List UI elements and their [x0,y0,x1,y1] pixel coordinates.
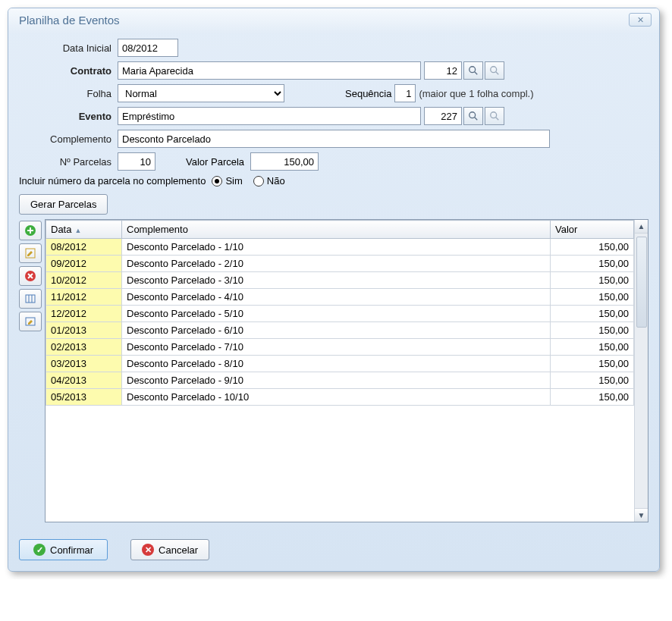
scroll-down-icon[interactable]: ▼ [635,508,648,522]
contrato-id-input[interactable] [424,61,462,80]
cell-valor[interactable]: 150,00 [551,339,634,356]
table-row[interactable]: 01/2013Desconto Parcelado - 6/10150,00 [46,322,634,339]
event-sheet-window: Planilha de Eventos ✕ Data Inicial Contr… [8,8,660,572]
table-row[interactable]: 09/2012Desconto Parcelado - 2/10150,00 [46,256,634,272]
label-data-inicial: Data Inicial [19,42,118,54]
cell-data[interactable]: 02/2013 [46,339,122,356]
scroll-up-icon[interactable]: ▲ [635,220,648,234]
label-contrato: Contrato [19,65,118,77]
evento-id-input[interactable] [424,107,462,125]
cell-valor[interactable]: 150,00 [551,239,634,256]
cell-data[interactable]: 03/2013 [46,356,122,372]
sort-asc-icon: ▲ [74,227,81,234]
cell-valor[interactable]: 150,00 [551,372,634,389]
cell-valor[interactable]: 150,00 [551,322,634,339]
svg-line-1 [475,72,478,75]
delete-row-button[interactable] [19,266,42,286]
cell-complemento[interactable]: Desconto Parcelado - 5/10 [122,306,551,322]
contrato-search2-button[interactable] [485,61,504,80]
cell-data[interactable]: 11/2012 [46,289,122,306]
col-header-complemento[interactable]: Complemento [122,221,551,239]
svg-point-4 [469,112,476,118]
footer: ✓ Confirmar ✕ Cancelar [19,539,648,560]
cell-data[interactable]: 10/2012 [46,272,122,289]
cell-valor[interactable]: 150,00 [551,272,634,289]
cell-data[interactable]: 04/2013 [46,372,122,389]
radio-sim[interactable]: Sim [212,175,242,187]
svg-point-0 [469,67,476,73]
cell-valor[interactable]: 150,00 [551,256,634,272]
svg-rect-11 [26,295,35,303]
cell-data[interactable]: 08/2012 [46,239,122,256]
cell-complemento[interactable]: Desconto Parcelado - 8/10 [122,356,551,372]
cell-data[interactable]: 01/2013 [46,322,122,339]
table-row[interactable]: 10/2012Desconto Parcelado - 3/10150,00 [46,272,634,289]
x-circle-icon [24,270,36,282]
cell-complemento[interactable]: Desconto Parcelado - 1/10 [122,239,551,256]
magnifier-icon [468,65,479,76]
cancelar-button[interactable]: ✕ Cancelar [130,539,209,560]
table-row[interactable]: 04/2013Desconto Parcelado - 9/10150,00 [46,372,634,389]
cell-complemento[interactable]: Desconto Parcelado - 6/10 [122,322,551,339]
cell-complemento[interactable]: Desconto Parcelado - 4/10 [122,289,551,306]
sequencia-input[interactable] [394,84,416,102]
vertical-scrollbar[interactable]: ▲ ▼ [634,220,648,522]
cell-complemento[interactable]: Desconto Parcelado - 3/10 [122,272,551,289]
evento-search-button[interactable] [463,107,483,125]
cell-data[interactable]: 05/2013 [46,389,122,406]
pencil-icon [24,247,36,259]
table-row[interactable]: 02/2013Desconto Parcelado - 7/10150,00 [46,339,634,356]
confirmar-button[interactable]: ✓ Confirmar [19,539,108,560]
svg-point-6 [491,112,497,118]
cell-data[interactable]: 12/2012 [46,306,122,322]
table-row[interactable]: 05/2013Desconto Parcelado - 10/10150,00 [46,389,634,406]
col-header-data[interactable]: Data▲ [46,221,122,239]
cell-valor[interactable]: 150,00 [551,306,634,322]
cell-complemento[interactable]: Desconto Parcelado - 9/10 [122,372,551,389]
valor-parcela-input[interactable] [250,152,319,171]
cell-valor[interactable]: 150,00 [551,356,634,372]
window-title: Planilha de Eventos [19,14,120,27]
cell-complemento[interactable]: Desconto Parcelado - 2/10 [122,256,551,272]
columns-button[interactable] [19,289,42,309]
svg-point-2 [491,67,497,73]
table-row[interactable]: 11/2012Desconto Parcelado - 4/10150,00 [46,289,634,306]
add-row-button[interactable] [19,221,42,240]
grid-wrap: Data▲ Complemento Valor 08/2012Desconto … [45,219,648,522]
edit-row-button[interactable] [19,243,42,263]
x-circle-icon: ✕ [142,544,154,556]
col-header-valor[interactable]: Valor [551,221,634,239]
magnifier-icon [489,65,500,76]
cell-valor[interactable]: 150,00 [551,389,634,406]
svg-line-7 [496,118,499,121]
cell-valor[interactable]: 150,00 [551,289,634,306]
label-sequencia: Sequência [345,88,391,99]
cell-data[interactable]: 09/2012 [46,256,122,272]
contrato-nome-input[interactable] [118,61,421,80]
cell-complemento[interactable]: Desconto Parcelado - 10/10 [122,389,551,406]
data-inicial-input[interactable] [118,39,178,57]
folha-select[interactable]: Normal [118,84,284,102]
evento-search2-button[interactable] [485,107,504,125]
contrato-search-button[interactable] [463,61,483,80]
label-valor-parcela: Valor Parcela [186,156,244,168]
svg-line-3 [496,72,499,75]
radio-nao[interactable]: Não [253,175,285,187]
titlebar: Planilha de Eventos ✕ [8,8,659,34]
table-row[interactable]: 12/2012Desconto Parcelado - 5/10150,00 [46,306,634,322]
sequencia-hint: (maior que 1 folha compl.) [419,88,533,99]
gerar-parcelas-button[interactable]: Gerar Parcelas [19,194,108,215]
table-row[interactable]: 08/2012Desconto Parcelado - 1/10150,00 [46,239,634,256]
radio-nao-label: Não [267,175,285,187]
close-button[interactable]: ✕ [629,13,652,27]
plus-circle-icon [24,224,36,237]
label-folha: Folha [19,88,118,99]
svg-line-5 [475,118,478,121]
edit-cell-button[interactable] [19,312,42,331]
evento-nome-input[interactable] [118,107,421,125]
complemento-input[interactable] [118,130,550,148]
cell-complemento[interactable]: Desconto Parcelado - 7/10 [122,339,551,356]
table-row[interactable]: 03/2013Desconto Parcelado - 8/10150,00 [46,356,634,372]
scroll-thumb[interactable] [636,237,647,328]
n-parcelas-input[interactable] [118,152,155,171]
